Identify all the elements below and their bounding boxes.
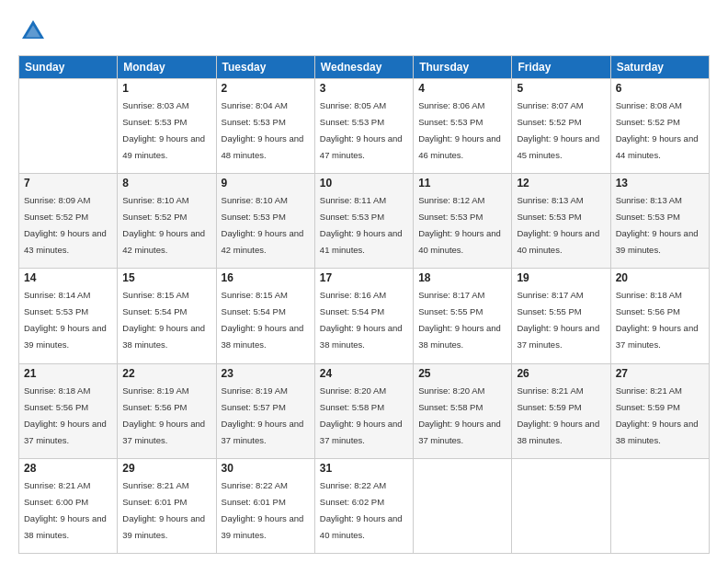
day-info: Sunrise: 8:05 AMSunset: 5:53 PMDaylight:… xyxy=(320,100,403,160)
day-number: 5 xyxy=(517,82,605,95)
day-cell: 20Sunrise: 8:18 AMSunset: 5:56 PMDayligh… xyxy=(610,269,709,363)
day-cell: 19Sunrise: 8:17 AMSunset: 5:55 PMDayligh… xyxy=(512,269,610,363)
day-cell: 9Sunrise: 8:10 AMSunset: 5:53 PMDaylight… xyxy=(216,174,314,269)
day-cell: 24Sunrise: 8:20 AMSunset: 5:58 PMDayligh… xyxy=(314,363,413,458)
day-cell: 4Sunrise: 8:06 AMSunset: 5:53 PMDaylight… xyxy=(414,79,512,174)
weekday-header-tuesday: Tuesday xyxy=(216,56,314,79)
day-cell xyxy=(610,458,709,553)
day-number: 20 xyxy=(616,271,704,284)
day-info: Sunrise: 8:11 AMSunset: 5:53 PMDaylight:… xyxy=(320,195,403,255)
day-number: 7 xyxy=(24,177,112,190)
day-info: Sunrise: 8:06 AMSunset: 5:53 PMDaylight:… xyxy=(418,100,501,160)
day-cell xyxy=(512,458,610,553)
day-cell: 5Sunrise: 8:07 AMSunset: 5:52 PMDaylight… xyxy=(512,79,610,174)
day-number: 12 xyxy=(517,177,605,190)
day-info: Sunrise: 8:10 AMSunset: 5:52 PMDaylight:… xyxy=(122,195,205,255)
week-row-4: 21Sunrise: 8:18 AMSunset: 5:56 PMDayligh… xyxy=(19,363,710,458)
day-info: Sunrise: 8:09 AMSunset: 5:52 PMDaylight:… xyxy=(24,195,107,255)
day-cell: 21Sunrise: 8:18 AMSunset: 5:56 PMDayligh… xyxy=(19,363,118,458)
logo-icon xyxy=(18,17,48,46)
day-number: 8 xyxy=(122,177,210,190)
day-cell: 12Sunrise: 8:13 AMSunset: 5:53 PMDayligh… xyxy=(512,174,610,269)
day-cell: 6Sunrise: 8:08 AMSunset: 5:52 PMDaylight… xyxy=(610,79,709,174)
day-cell: 31Sunrise: 8:22 AMSunset: 6:02 PMDayligh… xyxy=(314,458,413,553)
day-cell: 1Sunrise: 8:03 AMSunset: 5:53 PMDaylight… xyxy=(118,79,216,174)
day-info: Sunrise: 8:20 AMSunset: 5:58 PMDaylight:… xyxy=(418,385,501,445)
day-info: Sunrise: 8:21 AMSunset: 5:59 PMDaylight:… xyxy=(616,385,699,445)
day-info: Sunrise: 8:22 AMSunset: 6:01 PMDaylight:… xyxy=(222,480,304,540)
day-number: 6 xyxy=(616,82,704,95)
day-number: 16 xyxy=(222,271,310,284)
day-info: Sunrise: 8:14 AMSunset: 5:53 PMDaylight:… xyxy=(24,290,107,350)
weekday-header-row: SundayMondayTuesdayWednesdayThursdayFrid… xyxy=(19,56,710,79)
day-cell: 14Sunrise: 8:14 AMSunset: 5:53 PMDayligh… xyxy=(19,269,118,363)
weekday-header-sunday: Sunday xyxy=(19,56,118,79)
day-info: Sunrise: 8:13 AMSunset: 5:53 PMDaylight:… xyxy=(616,195,699,255)
day-info: Sunrise: 8:21 AMSunset: 6:00 PMDaylight:… xyxy=(24,480,107,540)
day-info: Sunrise: 8:18 AMSunset: 5:56 PMDaylight:… xyxy=(24,385,107,445)
day-number: 31 xyxy=(320,462,408,475)
weekday-header-friday: Friday xyxy=(512,56,610,79)
week-row-2: 7Sunrise: 8:09 AMSunset: 5:52 PMDaylight… xyxy=(19,174,710,269)
day-number: 17 xyxy=(320,271,408,284)
day-info: Sunrise: 8:07 AMSunset: 5:52 PMDaylight:… xyxy=(517,100,599,160)
day-info: Sunrise: 8:19 AMSunset: 5:57 PMDaylight:… xyxy=(222,385,304,445)
day-cell: 26Sunrise: 8:21 AMSunset: 5:59 PMDayligh… xyxy=(512,363,610,458)
day-cell: 7Sunrise: 8:09 AMSunset: 5:52 PMDaylight… xyxy=(19,174,118,269)
day-number: 23 xyxy=(222,367,310,380)
day-number: 29 xyxy=(122,462,210,475)
day-number: 15 xyxy=(122,271,210,284)
day-number: 18 xyxy=(418,271,506,284)
day-cell: 2Sunrise: 8:04 AMSunset: 5:53 PMDaylight… xyxy=(216,79,314,174)
day-cell: 8Sunrise: 8:10 AMSunset: 5:52 PMDaylight… xyxy=(118,174,216,269)
day-number: 4 xyxy=(418,82,506,95)
day-cell: 23Sunrise: 8:19 AMSunset: 5:57 PMDayligh… xyxy=(216,363,314,458)
day-info: Sunrise: 8:22 AMSunset: 6:02 PMDaylight:… xyxy=(320,480,403,540)
day-cell: 3Sunrise: 8:05 AMSunset: 5:53 PMDaylight… xyxy=(314,79,413,174)
day-info: Sunrise: 8:04 AMSunset: 5:53 PMDaylight:… xyxy=(222,100,304,160)
day-number: 21 xyxy=(24,367,112,380)
day-cell xyxy=(414,458,512,553)
day-number: 22 xyxy=(122,367,210,380)
day-cell: 30Sunrise: 8:22 AMSunset: 6:01 PMDayligh… xyxy=(216,458,314,553)
day-number: 11 xyxy=(418,177,506,190)
day-cell: 15Sunrise: 8:15 AMSunset: 5:54 PMDayligh… xyxy=(118,269,216,363)
header xyxy=(18,17,710,46)
logo xyxy=(18,17,53,46)
day-cell: 13Sunrise: 8:13 AMSunset: 5:53 PMDayligh… xyxy=(610,174,709,269)
weekday-header-thursday: Thursday xyxy=(414,56,512,79)
day-number: 19 xyxy=(517,271,605,284)
day-cell: 25Sunrise: 8:20 AMSunset: 5:58 PMDayligh… xyxy=(414,363,512,458)
day-info: Sunrise: 8:03 AMSunset: 5:53 PMDaylight:… xyxy=(122,100,205,160)
day-info: Sunrise: 8:12 AMSunset: 5:53 PMDaylight:… xyxy=(418,195,501,255)
day-info: Sunrise: 8:17 AMSunset: 5:55 PMDaylight:… xyxy=(418,290,501,350)
day-number: 14 xyxy=(24,271,112,284)
week-row-1: 1Sunrise: 8:03 AMSunset: 5:53 PMDaylight… xyxy=(19,79,710,174)
day-number: 10 xyxy=(320,177,408,190)
day-cell: 27Sunrise: 8:21 AMSunset: 5:59 PMDayligh… xyxy=(610,363,709,458)
day-info: Sunrise: 8:08 AMSunset: 5:52 PMDaylight:… xyxy=(616,100,699,160)
day-number: 25 xyxy=(418,367,506,380)
day-info: Sunrise: 8:21 AMSunset: 5:59 PMDaylight:… xyxy=(517,385,599,445)
weekday-header-saturday: Saturday xyxy=(610,56,709,79)
day-number: 24 xyxy=(320,367,408,380)
day-cell: 16Sunrise: 8:15 AMSunset: 5:54 PMDayligh… xyxy=(216,269,314,363)
day-cell: 17Sunrise: 8:16 AMSunset: 5:54 PMDayligh… xyxy=(314,269,413,363)
day-info: Sunrise: 8:18 AMSunset: 5:56 PMDaylight:… xyxy=(616,290,699,350)
day-info: Sunrise: 8:19 AMSunset: 5:56 PMDaylight:… xyxy=(122,385,205,445)
day-info: Sunrise: 8:21 AMSunset: 6:01 PMDaylight:… xyxy=(122,480,205,540)
day-number: 27 xyxy=(616,367,704,380)
week-row-3: 14Sunrise: 8:14 AMSunset: 5:53 PMDayligh… xyxy=(19,269,710,363)
calendar-table: SundayMondayTuesdayWednesdayThursdayFrid… xyxy=(18,55,710,554)
day-number: 3 xyxy=(320,82,408,95)
day-number: 26 xyxy=(517,367,605,380)
day-info: Sunrise: 8:13 AMSunset: 5:53 PMDaylight:… xyxy=(517,195,599,255)
day-number: 28 xyxy=(24,462,112,475)
page: SundayMondayTuesdayWednesdayThursdayFrid… xyxy=(0,0,728,563)
day-cell: 29Sunrise: 8:21 AMSunset: 6:01 PMDayligh… xyxy=(118,458,216,553)
day-number: 30 xyxy=(222,462,310,475)
day-info: Sunrise: 8:15 AMSunset: 5:54 PMDaylight:… xyxy=(122,290,205,350)
weekday-header-wednesday: Wednesday xyxy=(314,56,413,79)
day-number: 1 xyxy=(122,82,210,95)
day-cell: 18Sunrise: 8:17 AMSunset: 5:55 PMDayligh… xyxy=(414,269,512,363)
